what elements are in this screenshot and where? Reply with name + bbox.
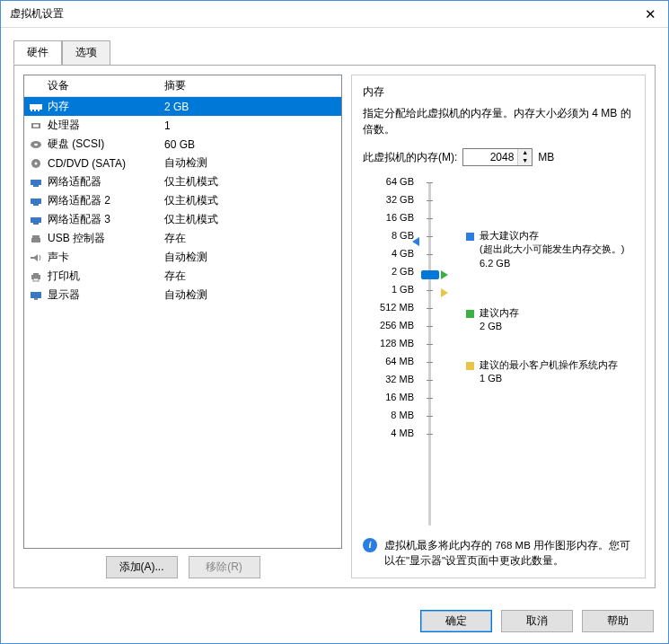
svg-rect-20 xyxy=(33,273,39,275)
window-title: 虚拟机设置 xyxy=(10,6,641,22)
marker-rec-icon xyxy=(441,270,448,279)
tab-hardware[interactable]: 硬件 xyxy=(13,40,62,65)
add-button[interactable]: 添加(A)... xyxy=(106,556,178,578)
device-row[interactable]: 声卡 自动检测 xyxy=(24,248,341,267)
svg-rect-12 xyxy=(31,198,41,204)
device-summary: 60 GB xyxy=(159,137,341,152)
tick-label: 128 MB xyxy=(380,338,414,348)
svg-rect-17 xyxy=(31,238,40,243)
help-button[interactable]: 帮助 xyxy=(582,610,654,632)
memory-description: 指定分配给此虚拟机的内存量。内存大小必须为 4 MB 的倍数。 xyxy=(363,105,634,137)
close-button[interactable]: ✕ xyxy=(641,5,659,23)
tick-label: 4 GB xyxy=(392,248,414,259)
device-table: 设备 摘要 内存 2 GB 处理器 1 硬盘 (SCSI) 60 GB CD/D… xyxy=(23,75,342,549)
device-summary: 自动检测 xyxy=(159,154,341,172)
device-summary: 仅主机模式 xyxy=(159,192,341,209)
device-name: 网络适配器 2 xyxy=(48,192,159,209)
svg-rect-15 xyxy=(33,223,39,225)
memory-input[interactable] xyxy=(463,149,517,165)
sound-icon xyxy=(24,252,48,263)
device-row[interactable]: 处理器 1 xyxy=(24,116,341,135)
memory-icon xyxy=(24,101,48,112)
tick-label: 1 GB xyxy=(392,284,414,295)
cpu-icon xyxy=(24,120,48,131)
device-name: 网络适配器 3 xyxy=(48,211,159,228)
device-row[interactable]: USB 控制器 存在 xyxy=(24,229,341,248)
svg-point-9 xyxy=(35,162,38,164)
cancel-button[interactable]: 取消 xyxy=(501,610,573,632)
tick-label: 2 GB xyxy=(392,266,414,277)
svg-rect-23 xyxy=(34,298,38,300)
tick-label: 16 GB xyxy=(386,212,414,223)
svg-rect-14 xyxy=(31,217,41,223)
device-row[interactable]: 显示器 自动检测 xyxy=(24,286,341,304)
device-name: 硬盘 (SCSI) xyxy=(48,136,159,153)
net-icon xyxy=(24,196,48,207)
net-icon xyxy=(24,215,48,225)
tick-label: 256 MB xyxy=(380,320,414,331)
tick-label: 4 MB xyxy=(391,428,414,438)
device-row[interactable]: 网络适配器 2 仅主机模式 xyxy=(24,191,341,210)
svg-rect-13 xyxy=(33,204,39,206)
svg-rect-21 xyxy=(33,278,39,281)
info-icon: i xyxy=(363,538,377,552)
table-header: 设备 摘要 xyxy=(24,75,341,97)
device-row[interactable]: 网络适配器 仅主机模式 xyxy=(24,172,341,191)
tick-label: 64 MB xyxy=(385,356,414,366)
spin-down[interactable]: ▼ xyxy=(518,157,532,165)
header-device[interactable]: 设备 xyxy=(24,75,159,96)
device-name: 声卡 xyxy=(48,249,159,266)
marker-min-icon xyxy=(441,288,448,297)
device-name: USB 控制器 xyxy=(48,230,159,247)
net-icon xyxy=(24,177,48,188)
slider-thumb[interactable] xyxy=(421,270,439,279)
svg-rect-10 xyxy=(31,180,41,185)
device-row[interactable]: 网络适配器 3 仅主机模式 xyxy=(24,210,341,229)
device-summary: 自动检测 xyxy=(159,287,341,304)
memory-slider[interactable] xyxy=(421,179,448,529)
device-row[interactable]: CD/DVD (SATA) 自动检测 xyxy=(24,154,341,172)
device-summary: 仅主机模式 xyxy=(159,211,341,228)
remove-button[interactable]: 移除(R) xyxy=(189,556,260,578)
legend-max: 最大建议内存 (超出此大小可能发生内存交换。) 6.2 GB xyxy=(466,229,624,270)
legend-rec: 建议内存 2 GB xyxy=(466,306,519,334)
device-row[interactable]: 打印机 存在 xyxy=(24,267,341,286)
svg-point-7 xyxy=(34,143,38,146)
marker-max-icon xyxy=(412,237,419,246)
device-row[interactable]: 内存 2 GB xyxy=(24,97,341,116)
tick-label: 32 MB xyxy=(385,374,414,384)
header-summary[interactable]: 摘要 xyxy=(159,75,341,96)
device-row[interactable]: 硬盘 (SCSI) 60 GB xyxy=(24,135,341,154)
device-name: 内存 xyxy=(48,98,159,115)
svg-rect-5 xyxy=(33,124,39,127)
svg-rect-22 xyxy=(31,292,41,298)
svg-rect-0 xyxy=(30,104,42,110)
device-name: 显示器 xyxy=(48,287,159,304)
tick-label: 64 GB xyxy=(386,176,414,187)
cd-icon xyxy=(24,158,48,169)
device-summary: 仅主机模式 xyxy=(159,173,341,190)
svg-rect-1 xyxy=(31,110,32,111)
tick-label: 512 MB xyxy=(380,302,414,313)
device-name: 网络适配器 xyxy=(48,173,159,190)
svg-rect-3 xyxy=(38,110,40,111)
device-name: CD/DVD (SATA) xyxy=(48,156,159,171)
tab-bar: 硬件 选项 xyxy=(13,40,656,66)
device-name: 打印机 xyxy=(48,268,159,285)
tab-options[interactable]: 选项 xyxy=(62,40,110,65)
memory-unit: MB xyxy=(538,151,554,163)
ok-button[interactable]: 确定 xyxy=(420,610,492,632)
memory-heading: 内存 xyxy=(363,84,634,100)
spin-up[interactable]: ▲ xyxy=(518,149,532,157)
svg-rect-16 xyxy=(32,235,40,238)
device-summary: 存在 xyxy=(159,230,341,247)
disk-icon xyxy=(24,139,48,150)
tick-label: 8 GB xyxy=(392,230,414,241)
tick-label: 8 MB xyxy=(391,410,414,420)
info-text: 虚拟机最多将此内存的 768 MB 用作图形内存。您可以在"显示器"设置页面中更… xyxy=(384,538,634,569)
tick-label: 16 MB xyxy=(385,392,414,402)
device-summary: 2 GB xyxy=(159,100,341,114)
legend-min: 建议的最小客户机操作系统内存 1 GB xyxy=(466,358,618,386)
device-summary: 自动检测 xyxy=(159,249,341,266)
tick-label: 32 GB xyxy=(386,194,414,205)
